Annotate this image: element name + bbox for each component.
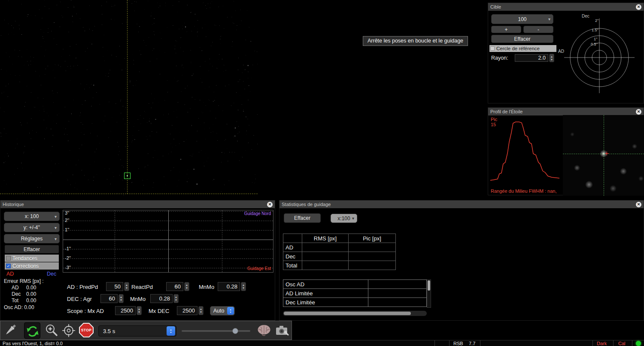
camera-settings-button[interactable] xyxy=(275,324,290,339)
radius-input[interactable]: 2.0 xyxy=(515,54,548,62)
mx-ad-input[interactable]: 2500 xyxy=(115,306,136,315)
loop-exposures-button[interactable] xyxy=(24,322,40,339)
reference-circle-row[interactable]: Cercle de référence xyxy=(489,45,556,52)
mx-dec-stepper[interactable]: ▲▼ xyxy=(198,306,204,315)
stats-scale-dropdown[interactable]: x:100 ▾ xyxy=(331,214,357,223)
dec-agr-stepper[interactable]: ▲▼ xyxy=(118,294,124,303)
y-axis-label: -3'' xyxy=(65,265,71,270)
zoom-in-button[interactable]: + xyxy=(491,26,521,33)
scrollbar-thumb[interactable] xyxy=(428,280,430,291)
arrow-up-icon: ▲ xyxy=(550,55,553,58)
mnmo-ra-input[interactable]: 0.28 xyxy=(218,282,240,291)
gridline xyxy=(222,210,222,272)
target-clear-button[interactable]: Effacer xyxy=(491,35,553,43)
exposure-dropdown[interactable]: 3.5 s ▲ ▼ xyxy=(98,325,176,337)
close-icon[interactable]: ✕ xyxy=(636,202,641,207)
corrections-checkbox[interactable]: ✓ xyxy=(6,264,11,268)
mx-dec-input[interactable]: 2500 xyxy=(177,306,197,315)
row-header: Dec xyxy=(283,252,302,261)
dec-agr-input[interactable]: 60 xyxy=(100,294,118,303)
arrow-down-icon: ▼ xyxy=(200,311,202,313)
ad-axis-label: AD xyxy=(558,49,564,54)
rms-value: 0.00 xyxy=(26,285,36,291)
stop-button[interactable]: STOP xyxy=(79,323,94,337)
mnmo-dec-input[interactable]: 0.28 xyxy=(150,294,173,303)
stretch-slider[interactable] xyxy=(182,327,250,335)
column-header: Pic [px] xyxy=(349,234,396,243)
target-zoom-dropdown[interactable]: 100 ▾ xyxy=(491,14,553,24)
corrections-checkbox-row[interactable]: ✓ Corrections xyxy=(5,262,59,270)
guide-stats-header[interactable]: Statistiques de guidage ✕ xyxy=(279,200,644,208)
reactpd-input[interactable]: 60 xyxy=(166,282,183,291)
trends-checkbox-row[interactable]: Tendances xyxy=(5,255,59,262)
mx-dec-label: Mx DEC xyxy=(149,308,169,314)
auto-select-star-button[interactable] xyxy=(44,323,59,340)
star-profile-curve xyxy=(488,115,563,188)
rms-value: 0.00 xyxy=(26,291,36,297)
settings-dropdown[interactable]: Réglages ▾ xyxy=(4,234,60,243)
ring-label: 0.5'' xyxy=(591,42,598,46)
gridline xyxy=(115,210,115,272)
arrow-down-icon: ▼ xyxy=(138,311,140,313)
rms-label: Dec xyxy=(12,291,26,297)
close-icon[interactable]: ✕ xyxy=(636,109,641,115)
arrow-down-icon: ▼ xyxy=(120,299,122,301)
ra-legend-label: AD xyxy=(6,271,14,277)
camera-view[interactable]: Arrête les poses en boucle et le guidage xyxy=(0,0,486,195)
y-scale-dropdown[interactable]: y: +/-4'' ▾ xyxy=(4,223,60,232)
scrollbar-thumb[interactable] xyxy=(284,312,411,315)
rms-stats-table: RMS [px] Pic [px] AD Dec Total xyxy=(283,234,396,270)
zoom-out-button[interactable]: - xyxy=(523,26,553,33)
rms-error-title: Erreur RMS [px] : xyxy=(4,278,44,284)
table-cell xyxy=(349,243,396,252)
mx-ad-stepper[interactable]: ▲▼ xyxy=(137,306,142,315)
history-panel-header[interactable]: Historique ✕ xyxy=(0,200,275,208)
table-cell xyxy=(349,252,396,261)
slider-track[interactable] xyxy=(182,330,250,332)
north-guide-legend: Guidage Nord xyxy=(244,211,271,216)
target-icon xyxy=(61,323,76,338)
auto-mode-dropdown[interactable]: Auto ▲ ▼ xyxy=(210,306,235,316)
table-cell xyxy=(302,261,349,270)
close-icon[interactable]: ✕ xyxy=(636,4,641,10)
statusbar-separator xyxy=(592,340,593,346)
target-panel-header[interactable]: Cible ✕ xyxy=(488,3,644,11)
dropdown-value: Auto xyxy=(210,308,227,314)
mnmo-dec-stepper[interactable]: ▲▼ xyxy=(173,294,179,303)
vertical-scrollbar[interactable] xyxy=(427,279,431,308)
close-icon[interactable]: ✕ xyxy=(267,202,273,207)
reactpd-stepper[interactable]: ▲▼ xyxy=(184,282,189,291)
thumb-crosshair-vertical xyxy=(604,115,604,196)
stepper-icon: ▲ ▼ xyxy=(167,326,175,336)
guide-star-lock-box xyxy=(124,173,131,179)
star-profile-header[interactable]: Profil de l'Étoile ✕ xyxy=(488,108,644,115)
horizontal-scrollbar[interactable] xyxy=(283,311,427,316)
trends-checkbox[interactable] xyxy=(6,256,11,261)
dropdown-value: y: +/-4'' xyxy=(24,225,40,231)
checkbox-label: Corrections xyxy=(12,263,39,269)
arrow-up-icon: ▲ xyxy=(170,329,172,331)
arrow-up-icon: ▲ xyxy=(120,296,122,298)
slider-knob[interactable] xyxy=(232,328,238,334)
crosshair-vertical xyxy=(127,0,128,194)
mnmo-ra-stepper[interactable]: ▲▼ xyxy=(241,282,246,291)
predpd-stepper[interactable]: ▲▼ xyxy=(124,282,129,291)
connect-equipment-button[interactable] xyxy=(3,323,18,340)
row-header: Dec Limitée xyxy=(283,298,368,307)
chevron-down-icon: ▾ xyxy=(55,225,57,230)
rms-row: Tot 0.00 xyxy=(12,297,36,304)
arrow-up-icon: ▲ xyxy=(200,308,202,310)
reference-circle-checkbox[interactable] xyxy=(490,46,495,51)
predpd-input[interactable]: 50 xyxy=(106,282,123,291)
advanced-settings-button[interactable] xyxy=(256,324,272,339)
scope-mxad-label: Scope : Mx AD xyxy=(67,308,104,314)
star-closeup-image[interactable] xyxy=(563,115,644,196)
y-axis-label: 1'' xyxy=(65,227,69,232)
radius-stepper[interactable]: ▲ ▼ xyxy=(549,54,554,62)
history-clear-button[interactable]: Effacer xyxy=(5,245,59,253)
gridline xyxy=(168,210,169,272)
x-scale-dropdown[interactable]: x: 100 ▾ xyxy=(4,212,60,221)
guide-button[interactable] xyxy=(61,323,76,340)
loop-icon xyxy=(25,323,39,338)
stats-clear-button[interactable]: Effacer xyxy=(284,213,321,223)
